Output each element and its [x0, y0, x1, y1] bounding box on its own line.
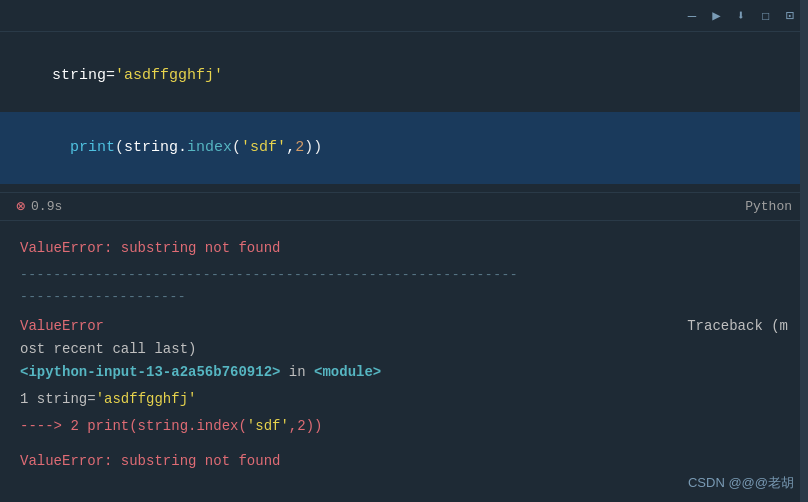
code-obj-name: string [124, 139, 178, 156]
in-text: in [280, 364, 314, 380]
code-args-open: ( [232, 139, 241, 156]
code-print-func: print [70, 139, 115, 156]
toolbar-icon-run[interactable]: ▶ [708, 5, 724, 26]
traceback-header: ValueError Traceback (m [20, 315, 788, 338]
arrow-prefix: ----> 2 [20, 418, 79, 434]
traceback-label: Traceback (m [687, 315, 788, 338]
code-open-paren: ( [115, 139, 124, 156]
toolbar-icon-grid[interactable]: ⊡ [782, 5, 798, 26]
cell-footer: ⊗ 0.9s Python [0, 193, 808, 221]
final-error-line: ValueError: substring not found [20, 450, 788, 473]
traceback-code-1: 1 string='asdffgghfj' [20, 388, 788, 411]
arrow-code: print(string.index( [79, 418, 247, 434]
code-line-str-1: 'asdffgghfj' [96, 391, 197, 407]
toolbar-icon-minus[interactable]: — [684, 6, 700, 26]
code-eq: = [106, 67, 115, 84]
toolbar: — ▶ ⬇ ☐ ⊡ [0, 0, 808, 32]
toolbar-icon-square[interactable]: ☐ [757, 5, 773, 26]
code-method-name: index [187, 139, 232, 156]
arrow-end: ,2)) [289, 418, 323, 434]
module-ref: <module> [314, 364, 381, 380]
code-close-paren: ) [313, 139, 322, 156]
error-icon: ⊗ [16, 197, 25, 216]
code-line-2-wrapper: print(string.index('sdf',2)) [0, 112, 808, 184]
code-str-arg: 'sdf' [241, 139, 286, 156]
code-line-2: print(string.index('sdf',2)) [16, 139, 322, 180]
cell-footer-left: ⊗ 0.9s [16, 197, 62, 216]
code-cell: string='asdffgghfj' print(string.index('… [0, 32, 808, 193]
toolbar-icon-down[interactable]: ⬇ [733, 5, 749, 26]
language-label: Python [745, 199, 792, 214]
traceback-file-line: <ipython-input-13-a2a56b760912> in <modu… [20, 361, 788, 384]
code-comma: , [286, 139, 295, 156]
code-num-arg: 2 [295, 139, 304, 156]
traceback-cont-line: ost recent call last) [20, 338, 788, 361]
code-string-val: 'asdffgghfj' [115, 67, 223, 84]
code-args-close: ) [304, 139, 313, 156]
traceback-arrow-line: ----> 2 print(string.index('sdf',2)) [20, 415, 788, 438]
error-name: ValueError [20, 315, 104, 338]
file-ref: <ipython-input-13-a2a56b760912> [20, 364, 280, 380]
divider-1: ----------------------------------------… [20, 264, 788, 285]
code-dot: . [178, 139, 187, 156]
scrollbar[interactable] [800, 0, 808, 502]
code-line-1: string='asdffgghfj' [16, 40, 792, 112]
code-var: string [52, 67, 106, 84]
output-area: ValueError: substring not found --------… [0, 221, 808, 490]
arrow-str: 'sdf' [247, 418, 289, 434]
error-header-line: ValueError: substring not found [20, 237, 788, 260]
watermark: CSDN @@@老胡 [688, 474, 794, 492]
code-line-content-1: string= [28, 391, 95, 407]
execution-time: 0.9s [31, 199, 62, 214]
divider-2: -------------------- [20, 286, 788, 307]
traceback-section: ValueError Traceback (m ost recent call … [20, 315, 788, 438]
